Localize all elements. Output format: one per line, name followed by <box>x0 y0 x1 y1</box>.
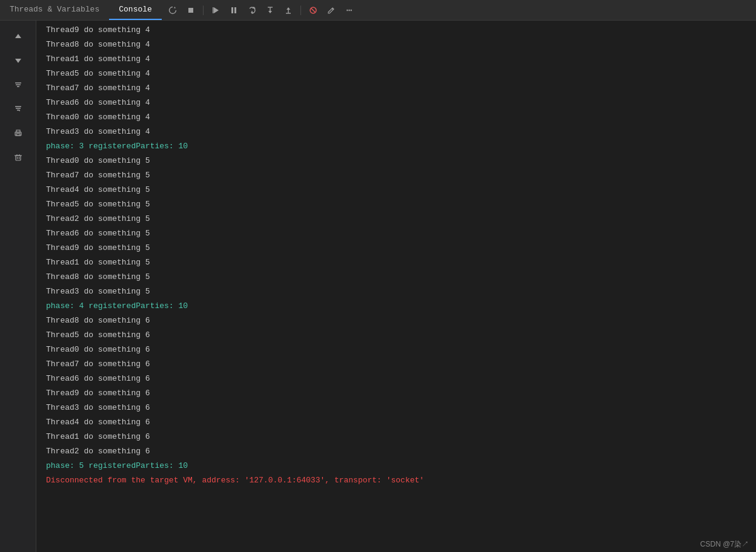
console-line: Thread0 do something 6 <box>36 343 756 357</box>
console-line: Thread6 do something 4 <box>36 96 756 110</box>
console-line: Disconnected from the target VM, address… <box>36 473 756 488</box>
console-line: Thread7 do something 4 <box>36 81 756 96</box>
svg-rect-4 <box>234 7 236 13</box>
svg-marker-25 <box>19 110 20 111</box>
console-line: Thread5 do something 6 <box>36 328 756 343</box>
console-line: Thread7 do something 6 <box>36 357 756 372</box>
console-line: Thread0 do something 4 <box>36 110 756 125</box>
console-line: Thread8 do something 4 <box>36 38 756 52</box>
console-line: Thread8 do something 5 <box>36 270 756 284</box>
main-content: Thread9 do something 4Thread8 do somethi… <box>0 21 756 552</box>
svg-marker-9 <box>268 11 272 13</box>
console-line: Thread3 do something 6 <box>36 401 756 415</box>
tab-threads-variables[interactable]: Threads & Variables <box>0 0 109 20</box>
watermark-text: CSDN @7染↗ <box>700 540 749 548</box>
mute-breakpoints-icon[interactable] <box>305 2 322 19</box>
scroll-down-icon[interactable] <box>7 50 29 71</box>
console-line: Thread1 do something 5 <box>36 255 756 270</box>
console-line: Thread5 do something 5 <box>36 197 756 212</box>
svg-marker-12 <box>287 7 290 10</box>
svg-line-15 <box>311 8 315 12</box>
console-line: Thread3 do something 5 <box>36 284 756 299</box>
step-out-icon[interactable] <box>280 2 297 19</box>
toolbar-separator-1 <box>203 5 204 15</box>
scroll-up-icon[interactable] <box>7 25 29 47</box>
filter-down-icon[interactable] <box>7 98 29 120</box>
tab-threads-variables-label: Threads & Variables <box>10 5 99 14</box>
filter-icon[interactable] <box>7 74 29 96</box>
rerun-icon[interactable] <box>164 2 181 19</box>
print-icon[interactable] <box>7 122 29 144</box>
console-line: Thread7 do something 5 <box>36 168 756 183</box>
console-line: Thread8 do something 6 <box>36 314 756 328</box>
tab-bar: Threads & Variables Console <box>0 0 756 21</box>
toolbar-icons: ⋯ <box>164 2 756 19</box>
more-icon[interactable]: ⋯ <box>341 2 358 19</box>
console-line: phase: 3 registeredParties: 10 <box>36 139 756 154</box>
console-line: phase: 5 registeredParties: 10 <box>36 459 756 473</box>
svg-marker-18 <box>15 59 21 63</box>
svg-marker-17 <box>15 34 21 38</box>
step-over-icon[interactable] <box>244 2 260 19</box>
console-line: Thread6 do something 5 <box>36 226 756 241</box>
console-line: Thread0 do something 5 <box>36 154 756 168</box>
console-line: Thread6 do something 6 <box>36 372 756 386</box>
step-into-icon[interactable] <box>262 2 279 19</box>
console-line: Thread4 do something 5 <box>36 183 756 197</box>
console-line: Thread5 do something 4 <box>36 67 756 81</box>
svg-rect-29 <box>16 156 21 160</box>
svg-rect-2 <box>213 7 214 13</box>
edit-breakpoints-icon[interactable] <box>323 2 340 19</box>
svg-rect-3 <box>231 7 233 13</box>
console-line: phase: 4 registeredParties: 10 <box>36 299 756 314</box>
stop-icon[interactable] <box>182 2 199 19</box>
console-line: Thread2 do something 6 <box>36 444 756 459</box>
console-line: Thread1 do something 4 <box>36 52 756 67</box>
left-sidebar <box>0 21 36 552</box>
console-output[interactable]: Thread9 do something 4Thread8 do somethi… <box>36 21 756 552</box>
delete-icon[interactable] <box>7 146 29 168</box>
console-line: Thread9 do something 6 <box>36 386 756 401</box>
svg-rect-0 <box>188 8 193 13</box>
toolbar-separator-2 <box>300 5 301 15</box>
console-line: Thread2 do something 5 <box>36 212 756 226</box>
resume-icon[interactable] <box>207 2 224 19</box>
watermark: CSDN @7染↗ <box>700 539 749 550</box>
console-line: Thread3 do something 4 <box>36 125 756 139</box>
tab-console[interactable]: Console <box>109 0 162 20</box>
tab-console-label: Console <box>119 5 152 14</box>
console-line: Thread4 do something 6 <box>36 415 756 430</box>
pause-icon[interactable] <box>225 2 242 19</box>
console-line: Thread1 do something 6 <box>36 430 756 444</box>
console-line: Thread9 do something 4 <box>36 23 756 38</box>
svg-marker-1 <box>214 7 219 13</box>
console-line: Thread9 do something 5 <box>36 241 756 255</box>
svg-rect-28 <box>16 134 20 136</box>
